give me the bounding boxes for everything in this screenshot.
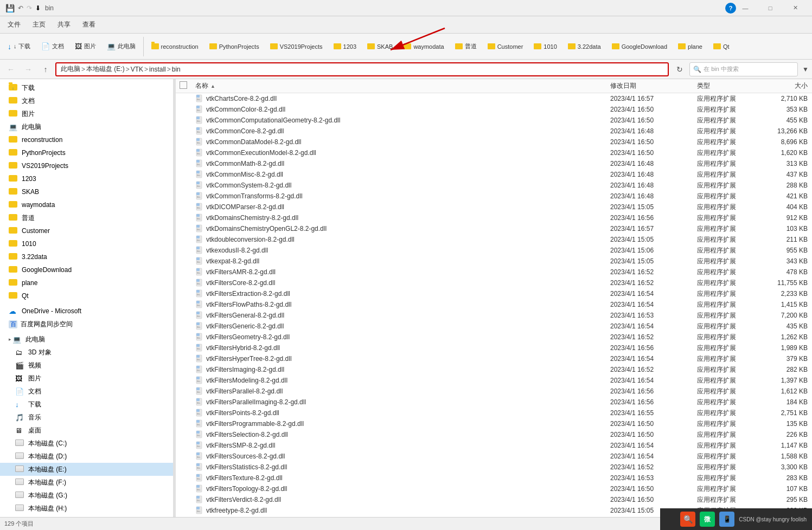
row-checkbox[interactable]: [176, 224, 191, 233]
sidebar-item-thispc-quick[interactable]: 💻 此电脑 📌: [0, 120, 173, 133]
sidebar-item-download-pc[interactable]: ↓ 下载: [0, 398, 173, 411]
table-row[interactable]: DLL vtkexodusII-8.2-gd.dll 2023/4/1 15:0…: [176, 245, 812, 256]
table-row[interactable]: DLL vtkFiltersTopology-8.2-gd.dll 2023/4…: [176, 483, 812, 494]
sidebar-item-documents[interactable]: 文档 📌: [0, 94, 173, 107]
close-button[interactable]: ✕: [783, 0, 808, 16]
checkbox-all[interactable]: [180, 81, 187, 89]
row-checkbox[interactable]: [176, 322, 191, 331]
properties-icon[interactable]: ⬇: [34, 3, 42, 13]
table-row[interactable]: DLL vtkFiltersModeling-8.2-gd.dll 2023/4…: [176, 375, 812, 386]
address-dropdown[interactable]: ▼: [802, 66, 809, 73]
path-bin[interactable]: bin: [172, 66, 181, 73]
maximize-button[interactable]: □: [758, 0, 783, 16]
sidebar-item-pictures-pc[interactable]: 🖼 图片: [0, 372, 173, 385]
row-checkbox[interactable]: [176, 419, 191, 428]
row-checkbox[interactable]: [176, 246, 191, 255]
sidebar-item-1203[interactable]: 1203 📌: [0, 172, 173, 185]
sidebar-item-driveG[interactable]: 本地磁盘 (G:): [0, 489, 173, 502]
sidebar-item-baidu[interactable]: 百 百度网盘同步空间: [0, 318, 173, 331]
table-row[interactable]: DLL vtkCommonExecutionModel-8.2-gd.dll 2…: [176, 147, 812, 158]
table-row[interactable]: DLL vtkFiltersVerdict-8.2-gd.dll 2023/4/…: [176, 494, 812, 505]
forward-button[interactable]: →: [21, 62, 36, 77]
row-checkbox[interactable]: [176, 387, 191, 396]
row-checkbox[interactable]: [176, 474, 191, 482]
table-row[interactable]: DLL vtkFiltersHyperTree-8.2-gd.dll 2023/…: [176, 353, 812, 364]
taskbar-search-icon[interactable]: 🔍: [680, 512, 695, 527]
sidebar-item-driveC[interactable]: 本地磁盘 (C:): [0, 437, 173, 450]
row-checkbox[interactable]: [176, 181, 191, 190]
sidebar-item-driveE[interactable]: 本地磁盘 (E:): [0, 463, 173, 476]
row-checkbox[interactable]: [176, 463, 191, 471]
table-row[interactable]: DLL vtkCommonMath-8.2-gd.dll 2023/4/1 16…: [176, 158, 812, 169]
table-row[interactable]: DLL vtkCommonCore-8.2-gd.dll 2023/4/1 16…: [176, 126, 812, 137]
sidebar-item-driveW[interactable]: 本地磁盘 (W:): [0, 515, 173, 517]
table-row[interactable]: DLL vtkDICOMParser-8.2-gd.dll 2023/4/1 1…: [176, 202, 812, 212]
table-row[interactable]: DLL vtkFiltersPoints-8.2-gd.dll 2023/4/1…: [176, 408, 812, 418]
table-row[interactable]: DLL vtkFiltersHybrid-8.2-gd.dll 2023/4/1…: [176, 342, 812, 353]
table-row[interactable]: DLL vtkDomainsChemistry-8.2-gd.dll 2023/…: [176, 212, 812, 223]
row-checkbox[interactable]: [176, 235, 191, 244]
column-date[interactable]: 修改日期: [606, 81, 693, 91]
column-type[interactable]: 类型: [693, 81, 758, 91]
row-checkbox[interactable]: [176, 506, 191, 515]
sidebar-item-music[interactable]: 🎵 音乐: [0, 411, 173, 424]
taskbar-app-icon[interactable]: 📱: [719, 512, 734, 527]
row-checkbox[interactable]: [176, 484, 191, 493]
row-checkbox[interactable]: [176, 398, 191, 406]
row-checkbox[interactable]: [176, 192, 191, 201]
menu-file[interactable]: 文件: [2, 18, 26, 31]
undo-icon[interactable]: ↶: [17, 3, 24, 13]
table-row[interactable]: DLL vtkFiltersParallelImaging-8.2-gd.dll…: [176, 397, 812, 408]
table-row[interactable]: DLL vtkFiltersTexture-8.2-gd.dll 2023/4/…: [176, 473, 812, 483]
row-checkbox[interactable]: [176, 300, 191, 309]
sidebar-item-download[interactable]: ↓ 下载 📌: [0, 81, 173, 94]
sidebar-item-driveH[interactable]: 本地磁盘 (H:): [0, 502, 173, 515]
menu-share[interactable]: 共享: [52, 18, 76, 31]
table-row[interactable]: DLL vtkChartsCore-8.2-gd.dll 2023/4/1 16…: [176, 93, 812, 104]
toolbar-plane[interactable]: plane: [674, 37, 707, 56]
table-row[interactable]: DLL vtkCommonComputationalGeometry-8.2-g…: [176, 115, 812, 126]
table-row[interactable]: DLL vtkCommonColor-8.2-gd.dll 2023/4/1 1…: [176, 104, 812, 115]
table-row[interactable]: DLL vtkdoubleconversion-8.2-gd.dll 2023/…: [176, 234, 812, 245]
path-drive[interactable]: 本地磁盘 (E:): [86, 64, 125, 74]
row-checkbox[interactable]: [176, 289, 191, 298]
toolbar-1203[interactable]: 1203: [329, 37, 361, 56]
sidebar-item-1010[interactable]: 1010 📌: [0, 237, 173, 250]
row-checkbox[interactable]: [176, 365, 191, 374]
sidebar-item-waymodata[interactable]: waymodata 📌: [0, 198, 173, 211]
row-checkbox[interactable]: [176, 116, 191, 125]
table-row[interactable]: DLL vtkCommonSystem-8.2-gd.dll 2023/4/1 …: [176, 180, 812, 191]
taskbar-wechat-icon[interactable]: 微: [700, 512, 715, 527]
sidebar-item-3dobjects[interactable]: 🗂 3D 对象: [0, 346, 173, 359]
minimize-button[interactable]: —: [733, 0, 758, 16]
toolbar-qt[interactable]: Qt: [709, 37, 734, 56]
sidebar-item-driveD[interactable]: 本地磁盘 (D:): [0, 450, 173, 463]
row-checkbox[interactable]: [176, 311, 191, 320]
up-button[interactable]: ↑: [38, 62, 53, 77]
save-icon[interactable]: 💾: [4, 3, 16, 14]
address-path[interactable]: 此电脑 > 本地磁盘 (E:) > VTK > install > bin: [55, 62, 669, 76]
sidebar-item-pythonprojects[interactable]: PythonProjects 📌: [0, 146, 173, 159]
sidebar-item-documents-pc[interactable]: 📄 文档: [0, 385, 173, 398]
table-row[interactable]: DLL vtkCommonTransforms-8.2-gd.dll 2023/…: [176, 191, 812, 202]
path-vtk[interactable]: VTK: [131, 66, 143, 73]
row-checkbox[interactable]: [176, 452, 191, 461]
sidebar-item-reconstruction[interactable]: reconstruction 📌: [0, 133, 173, 146]
sidebar-item-thispc-section[interactable]: ▸ 💻 此电脑: [0, 333, 173, 346]
table-row[interactable]: DLL vtkFiltersImaging-8.2-gd.dll 2023/4/…: [176, 364, 812, 375]
select-all-checkbox[interactable]: [176, 81, 191, 91]
table-row[interactable]: DLL vtkFiltersFlowPaths-8.2-gd.dll 2023/…: [176, 299, 812, 310]
row-checkbox[interactable]: [176, 105, 191, 114]
toolbar-322data[interactable]: 3.22data: [564, 37, 605, 56]
sidebar-item-driveF[interactable]: 本地磁盘 (F:): [0, 476, 173, 489]
sidebar-item-vs2019[interactable]: VS2019Projects 📌: [0, 159, 173, 172]
table-row[interactable]: DLL vtkCommonDataModel-8.2-gd.dll 2023/4…: [176, 137, 812, 147]
sidebar-item-plane[interactable]: plane 📌: [0, 276, 173, 289]
path-computer[interactable]: 此电脑: [61, 64, 80, 74]
toolbar-waymodata[interactable]: waymodata: [399, 37, 448, 56]
table-row[interactable]: DLL vtkFiltersGeneric-8.2-gd.dll 2023/4/…: [176, 321, 812, 332]
row-checkbox[interactable]: [176, 344, 191, 352]
row-checkbox[interactable]: [176, 354, 191, 363]
table-row[interactable]: DLL vtkFiltersSelection-8.2-gd.dll 2023/…: [176, 429, 812, 440]
toolbar-skab[interactable]: SKAB: [363, 37, 397, 56]
